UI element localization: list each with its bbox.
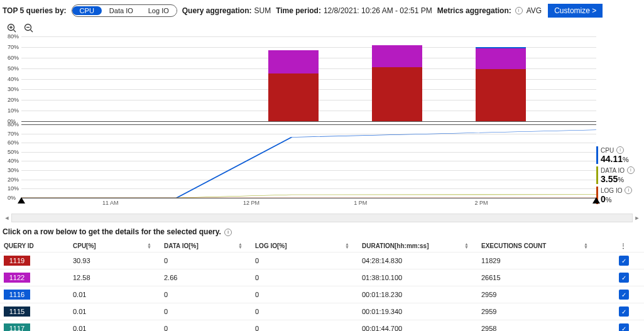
cell-cpu: 0.01 <box>69 303 160 320</box>
col-duration[interactable]: DURATION[hh:mm:ss]▲▼ <box>358 237 478 252</box>
cell-executions: 11829 <box>478 252 597 269</box>
ytick: 20% <box>8 97 19 103</box>
legend-cpu-label: CPU <box>601 147 614 154</box>
cell-dataio: 0 <box>160 320 251 332</box>
ytick: 0% <box>8 195 16 201</box>
table-header-row: QUERY ID CPU[%]▲▼ DATA IO[%]▲▼ LOG IO[%]… <box>0 237 644 252</box>
seg-dataio[interactable]: Data IO <box>102 6 141 15</box>
sort-icon[interactable]: ▲▼ <box>238 242 243 249</box>
row-checkbox[interactable]: ✓ <box>619 290 629 300</box>
cell-cpu: 12.58 <box>69 269 160 286</box>
chart-scrollbar: ◄ ► <box>0 212 644 224</box>
svg-line-5 <box>31 30 33 33</box>
time-period-label: Time period: <box>276 6 321 15</box>
col-dataio[interactable]: DATA IO[%]▲▼ <box>160 237 251 252</box>
zoom-toolbar <box>0 20 644 36</box>
legend-dataio-unit: % <box>618 176 624 183</box>
sort-icon[interactable]: ▲▼ <box>147 242 151 249</box>
table-row[interactable]: 11150.010000:01:19.3402959✓ <box>0 303 644 320</box>
ytick: 70% <box>8 131 19 137</box>
seg-logio[interactable]: Log IO <box>141 6 177 15</box>
ytick: 30% <box>8 86 19 92</box>
cell-duration: 01:38:10.100 <box>358 269 478 286</box>
queries-table: QUERY ID CPU[%]▲▼ DATA IO[%]▲▼ LOG IO[%]… <box>0 237 644 331</box>
line-dataio[interactable] <box>21 195 596 198</box>
col-executions[interactable]: EXECUTIONS COUNT▲▼ <box>478 237 597 252</box>
legend-cpu-unit: % <box>623 156 629 163</box>
table-row[interactable]: 111930.930004:28:14.83011829✓ <box>0 252 644 269</box>
customize-button[interactable]: Customize > <box>548 4 603 18</box>
col-query-id[interactable]: QUERY ID <box>0 237 69 252</box>
row-checkbox[interactable]: ✓ <box>619 323 629 331</box>
ytick: 10% <box>8 185 19 192</box>
cell-dataio: 2.66 <box>160 269 251 286</box>
info-icon[interactable]: i <box>224 229 232 236</box>
metrics-agg-label: Metrics aggregation: <box>437 6 511 15</box>
sort-icon[interactable]: ▲▼ <box>464 242 469 249</box>
row-checkbox[interactable]: ✓ <box>619 307 629 317</box>
legend-logio-value: 0 <box>601 194 606 204</box>
info-icon[interactable]: i <box>616 146 624 154</box>
chart-panel: 80% 70% 60% 50% 40% 30% 20% 10% 0% 80% <box>0 36 596 212</box>
cell-cpu: 0.01 <box>69 320 160 332</box>
row-checkbox[interactable]: ✓ <box>619 256 629 266</box>
metrics-agg-value: AVG <box>527 6 542 15</box>
ytick: 60% <box>8 55 19 61</box>
instruction-text: Click on a row below to get the details … <box>3 227 221 236</box>
zoom-out-icon[interactable] <box>23 23 35 34</box>
cell-cpu: 30.93 <box>69 252 160 269</box>
ytick: 50% <box>8 65 19 72</box>
query-agg-label: Query aggregation: <box>182 6 252 15</box>
top-toolbar: TOP 5 queries by: CPU Data IO Log IO Que… <box>0 0 644 20</box>
col-cpu[interactable]: CPU[%]▲▼ <box>69 237 160 252</box>
seg-cpu[interactable]: CPU <box>72 6 102 15</box>
info-icon[interactable]: i <box>627 166 635 174</box>
scroll-right-icon[interactable]: ► <box>633 215 641 221</box>
cell-dataio: 0 <box>160 286 251 303</box>
table-row[interactable]: 112212.582.66001:38:10.10026615✓ <box>0 269 644 286</box>
bar-2pm[interactable] <box>476 47 526 121</box>
top5-segmented-control: CPU Data IO Log IO <box>72 4 177 17</box>
ytick: 60% <box>8 139 19 146</box>
bar-1pm[interactable] <box>372 45 422 121</box>
cell-executions: 26615 <box>478 269 597 286</box>
table-row[interactable]: 11160.010000:01:18.2302959✓ <box>0 286 644 303</box>
zoom-in-icon[interactable] <box>6 23 18 34</box>
query-pill: 1116 <box>4 290 30 300</box>
xtick: 1 PM <box>354 200 367 206</box>
info-icon[interactable]: i <box>625 187 632 194</box>
scroll-track[interactable] <box>11 214 633 222</box>
metrics-legend: CPUi 44.11% DATA IOi 3.55% LOG IOi 0% <box>596 36 641 212</box>
line-chart <box>21 124 596 198</box>
query-agg-value: SUM <box>254 6 271 15</box>
info-icon[interactable]: i <box>515 7 523 14</box>
col-logio[interactable]: LOG IO[%]▲▼ <box>251 237 358 252</box>
legend-dataio-label: DATA IO <box>601 167 625 174</box>
ytick: 40% <box>8 76 19 82</box>
table-row[interactable]: 11170.010000:01:44.7002958✓ <box>0 320 644 332</box>
cell-dataio: 0 <box>160 252 251 269</box>
table-instruction: Click on a row below to get the details … <box>0 224 644 237</box>
line-cpu[interactable] <box>21 130 596 198</box>
sort-icon[interactable]: ▲▼ <box>345 242 349 249</box>
cell-logio: 0 <box>251 269 358 286</box>
cell-duration: 00:01:19.340 <box>358 303 478 320</box>
bar-12pm[interactable] <box>268 50 319 121</box>
cell-cpu: 0.01 <box>69 286 160 303</box>
cell-duration: 04:28:14.830 <box>358 252 478 269</box>
sort-icon[interactable]: ▲▼ <box>584 242 588 249</box>
query-pill: 1122 <box>4 273 30 283</box>
cell-duration: 00:01:18.230 <box>358 286 478 303</box>
time-period-value: 12/8/2021: 10:26 AM - 02:51 PM <box>324 6 432 15</box>
ytick: 20% <box>8 176 19 183</box>
cell-logio: 0 <box>251 320 358 332</box>
x-axis: 11 AM 12 PM 1 PM 2 PM <box>21 200 596 209</box>
xtick: 2 PM <box>474 200 488 206</box>
ytick: 70% <box>8 44 19 50</box>
xtick: 12 PM <box>243 200 259 206</box>
bar-chart <box>21 36 596 121</box>
cell-dataio: 0 <box>160 303 251 320</box>
scroll-left-icon[interactable]: ◄ <box>3 215 11 221</box>
ytick: 30% <box>8 167 19 173</box>
row-checkbox[interactable]: ✓ <box>619 273 629 283</box>
